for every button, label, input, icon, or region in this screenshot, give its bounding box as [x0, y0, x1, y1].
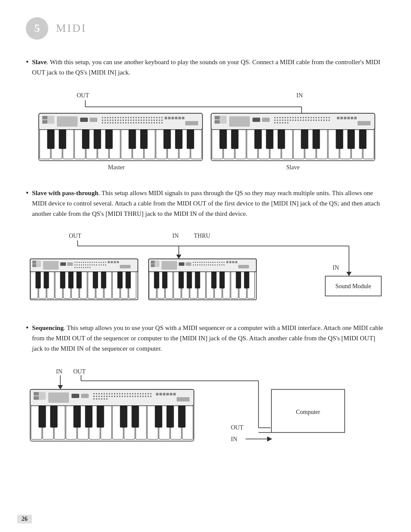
svg-rect-120 [229, 116, 250, 127]
sound-module-label: Sound Module [336, 283, 371, 289]
svg-point-36 [133, 117, 134, 118]
svg-point-60 [138, 120, 140, 121]
svg-point-292 [193, 262, 194, 263]
label-out-d2: OUT [69, 233, 81, 239]
svg-point-66 [138, 122, 140, 124]
svg-rect-290 [179, 262, 184, 266]
keyboard-slave [211, 113, 375, 161]
svg-point-368 [93, 396, 95, 397]
svg-point-28 [112, 122, 114, 124]
bullet-passthrough: • [26, 188, 28, 199]
svg-point-295 [199, 262, 200, 263]
svg-point-255 [103, 264, 104, 265]
text-slave: Slave. With this setup, you can use anot… [32, 57, 385, 78]
svg-point-240 [96, 264, 97, 265]
svg-point-76 [154, 120, 155, 121]
svg-point-300 [210, 262, 211, 263]
svg-rect-218 [67, 262, 73, 266]
svg-point-149 [290, 120, 291, 121]
svg-point-172 [329, 120, 330, 121]
svg-point-406 [140, 396, 141, 397]
svg-point-238 [92, 264, 93, 265]
svg-point-317 [219, 264, 220, 265]
svg-rect-174 [340, 117, 343, 119]
svg-rect-326 [238, 265, 249, 268]
keyboard-master [39, 113, 202, 161]
svg-point-44 [133, 120, 134, 121]
svg-point-136 [277, 122, 278, 124]
svg-point-318 [221, 262, 222, 263]
svg-point-144 [298, 117, 299, 118]
svg-point-397 [132, 393, 134, 395]
svg-rect-216 [43, 261, 59, 270]
svg-rect-341 [162, 272, 167, 288]
svg-point-225 [87, 262, 88, 263]
page-number: 26 [17, 515, 32, 523]
svg-point-14 [107, 117, 109, 118]
svg-rect-439 [97, 406, 104, 427]
svg-rect-197 [266, 130, 273, 149]
svg-point-310 [208, 264, 209, 265]
svg-point-249 [99, 262, 100, 263]
computer-label: Computer [296, 409, 320, 415]
svg-point-34 [128, 117, 129, 118]
svg-point-254 [105, 262, 106, 263]
svg-point-39 [120, 120, 121, 121]
svg-rect-343 [187, 272, 192, 288]
svg-point-156 [308, 120, 309, 121]
svg-rect-114 [187, 130, 194, 149]
svg-point-82 [159, 122, 160, 124]
svg-rect-88 [178, 117, 181, 119]
svg-rect-417 [166, 393, 169, 395]
svg-rect-358 [34, 396, 39, 400]
svg-point-313 [215, 264, 215, 265]
svg-point-251 [99, 264, 100, 265]
svg-point-412 [148, 396, 149, 397]
svg-point-159 [316, 117, 317, 118]
svg-point-392 [119, 396, 121, 397]
svg-point-253 [103, 262, 104, 263]
svg-rect-278 [68, 272, 73, 288]
svg-point-231 [77, 264, 78, 265]
svg-rect-416 [163, 393, 165, 395]
svg-rect-173 [337, 117, 339, 119]
svg-point-228 [94, 262, 95, 263]
svg-point-83 [162, 122, 163, 124]
svg-point-68 [143, 122, 145, 124]
svg-point-21 [110, 120, 111, 121]
svg-rect-110 [129, 130, 136, 149]
svg-point-364 [99, 393, 100, 395]
svg-point-61 [141, 120, 142, 121]
svg-point-135 [274, 122, 276, 124]
svg-point-371 [101, 396, 103, 397]
svg-point-51 [131, 122, 132, 124]
svg-point-65 [151, 120, 153, 121]
svg-point-394 [125, 396, 126, 397]
svg-rect-121 [252, 118, 260, 122]
text-passthrough: Slave with pass-through. This setup allo… [32, 188, 385, 219]
svg-point-308 [204, 264, 205, 265]
svg-point-71 [151, 122, 153, 124]
svg-rect-214 [32, 261, 36, 264]
section-sequencing: • Sequencing. This setup allows you to u… [26, 323, 385, 354]
svg-point-22 [112, 120, 114, 121]
svg-point-48 [123, 122, 124, 124]
svg-rect-325 [235, 261, 237, 263]
svg-rect-443 [167, 406, 174, 427]
svg-rect-441 [132, 406, 139, 427]
svg-point-141 [290, 117, 291, 118]
svg-point-235 [85, 264, 86, 265]
svg-point-407 [143, 396, 144, 397]
svg-point-389 [112, 396, 113, 397]
diagram-master-slave: OUT IN [26, 90, 385, 176]
svg-point-321 [224, 264, 224, 265]
svg-point-312 [212, 264, 213, 265]
svg-rect-202 [348, 130, 355, 149]
svg-point-410 [150, 393, 152, 395]
svg-point-134 [287, 120, 289, 121]
svg-point-49 [125, 122, 127, 124]
svg-rect-420 [177, 397, 190, 401]
svg-point-247 [87, 267, 88, 268]
svg-point-314 [217, 262, 218, 263]
svg-point-35 [131, 117, 132, 118]
